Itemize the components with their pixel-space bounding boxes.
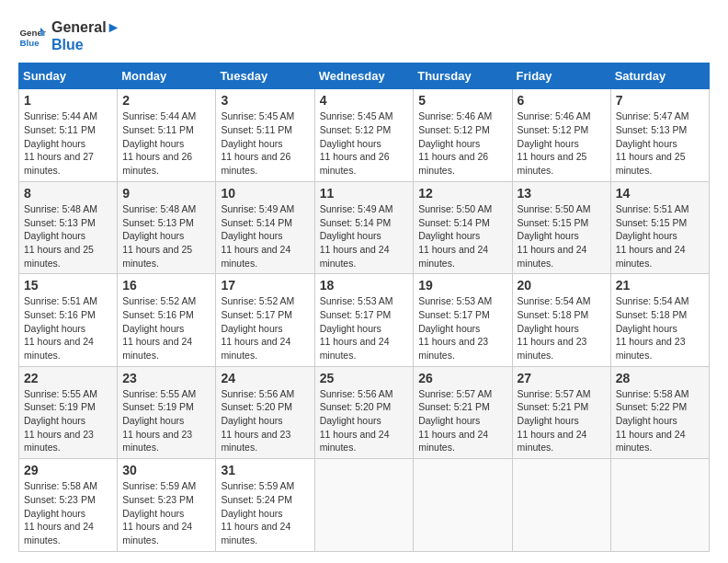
day-info: Sunrise: 5:46 AM Sunset: 5:12 PM Dayligh…: [518, 109, 606, 177]
calendar-cell: 31 Sunrise: 5:59 AM Sunset: 5:24 PM Dayl…: [216, 459, 314, 551]
svg-marker-3: [40, 32, 45, 37]
day-number: 16: [122, 278, 210, 293]
day-number: 10: [221, 186, 309, 201]
calendar-cell: 10 Sunrise: 5:49 AM Sunset: 5:14 PM Dayl…: [216, 181, 314, 273]
day-info: Sunrise: 5:44 AM Sunset: 5:11 PM Dayligh…: [24, 109, 112, 177]
day-number: 22: [24, 371, 112, 385]
day-info: Sunrise: 5:54 AM Sunset: 5:18 PM Dayligh…: [616, 294, 704, 362]
day-info: Sunrise: 5:56 AM Sunset: 5:20 PM Dayligh…: [221, 387, 309, 454]
calendar-cell: [314, 459, 414, 551]
day-info: Sunrise: 5:51 AM Sunset: 5:15 PM Dayligh…: [616, 202, 704, 270]
calendar-cell: 18 Sunrise: 5:53 AM Sunset: 5:17 PM Dayl…: [314, 274, 414, 366]
day-info: Sunrise: 5:58 AM Sunset: 5:23 PM Dayligh…: [24, 479, 112, 546]
calendar-cell: 27 Sunrise: 5:57 AM Sunset: 5:21 PM Dayl…: [512, 366, 610, 458]
day-info: Sunrise: 5:54 AM Sunset: 5:18 PM Dayligh…: [518, 294, 606, 362]
day-number: 2: [122, 93, 210, 108]
calendar-week-3: 15 Sunrise: 5:51 AM Sunset: 5:16 PM Dayl…: [19, 274, 710, 366]
calendar-cell: 17 Sunrise: 5:52 AM Sunset: 5:17 PM Dayl…: [216, 274, 314, 366]
calendar-cell: 4 Sunrise: 5:45 AM Sunset: 5:12 PM Dayli…: [314, 89, 414, 181]
calendar-cell: 21 Sunrise: 5:54 AM Sunset: 5:18 PM Dayl…: [610, 274, 709, 366]
day-info: Sunrise: 5:52 AM Sunset: 5:16 PM Dayligh…: [122, 294, 210, 362]
day-header-tuesday: Tuesday: [216, 63, 314, 89]
day-header-thursday: Thursday: [414, 63, 512, 89]
day-info: Sunrise: 5:53 AM Sunset: 5:17 PM Dayligh…: [320, 294, 409, 362]
day-number: 25: [320, 371, 409, 385]
calendar-cell: 12 Sunrise: 5:50 AM Sunset: 5:14 PM Dayl…: [414, 181, 512, 273]
day-info: Sunrise: 5:45 AM Sunset: 5:11 PM Dayligh…: [221, 109, 309, 177]
day-number: 19: [418, 278, 506, 293]
calendar-cell: [414, 459, 512, 551]
calendar-cell: 22 Sunrise: 5:55 AM Sunset: 5:19 PM Dayl…: [19, 366, 118, 458]
calendar-cell: 3 Sunrise: 5:45 AM Sunset: 5:11 PM Dayli…: [216, 89, 314, 181]
day-number: 24: [221, 371, 309, 385]
day-info: Sunrise: 5:48 AM Sunset: 5:13 PM Dayligh…: [122, 202, 210, 270]
logo: General Blue General► Blue: [18, 18, 120, 53]
calendar-cell: 29 Sunrise: 5:58 AM Sunset: 5:23 PM Dayl…: [19, 459, 118, 551]
logo-text: General►: [51, 18, 120, 36]
calendar-cell: 2 Sunrise: 5:44 AM Sunset: 5:11 PM Dayli…: [118, 89, 216, 181]
day-number: 11: [320, 186, 409, 201]
day-number: 30: [122, 463, 210, 477]
calendar-cell: 14 Sunrise: 5:51 AM Sunset: 5:15 PM Dayl…: [610, 181, 709, 273]
day-info: Sunrise: 5:51 AM Sunset: 5:16 PM Dayligh…: [24, 294, 112, 362]
day-info: Sunrise: 5:57 AM Sunset: 5:21 PM Dayligh…: [518, 387, 606, 454]
calendar-cell: 25 Sunrise: 5:56 AM Sunset: 5:20 PM Dayl…: [314, 366, 414, 458]
day-number: 26: [418, 371, 506, 385]
day-number: 4: [320, 93, 409, 108]
calendar-cell: [512, 459, 610, 551]
calendar-cell: 7 Sunrise: 5:47 AM Sunset: 5:13 PM Dayli…: [610, 89, 709, 181]
day-number: 27: [518, 371, 606, 385]
day-number: 15: [24, 278, 112, 293]
calendar-cell: 9 Sunrise: 5:48 AM Sunset: 5:13 PM Dayli…: [118, 181, 216, 273]
calendar-cell: 26 Sunrise: 5:57 AM Sunset: 5:21 PM Dayl…: [414, 366, 512, 458]
calendar-cell: 13 Sunrise: 5:50 AM Sunset: 5:15 PM Dayl…: [512, 181, 610, 273]
calendar-cell: 5 Sunrise: 5:46 AM Sunset: 5:12 PM Dayli…: [414, 89, 512, 181]
day-number: 17: [221, 278, 309, 293]
day-number: 6: [518, 93, 606, 108]
day-info: Sunrise: 5:49 AM Sunset: 5:14 PM Dayligh…: [221, 202, 309, 270]
day-header-saturday: Saturday: [610, 63, 709, 89]
day-info: Sunrise: 5:59 AM Sunset: 5:24 PM Dayligh…: [221, 479, 309, 546]
calendar-cell: 16 Sunrise: 5:52 AM Sunset: 5:16 PM Dayl…: [118, 274, 216, 366]
calendar-cell: [610, 459, 709, 551]
day-info: Sunrise: 5:56 AM Sunset: 5:20 PM Dayligh…: [320, 387, 409, 454]
day-header-friday: Friday: [512, 63, 610, 89]
day-number: 14: [616, 186, 704, 201]
day-header-monday: Monday: [118, 63, 216, 89]
day-number: 20: [518, 278, 606, 293]
svg-text:Blue: Blue: [20, 38, 40, 48]
day-info: Sunrise: 5:57 AM Sunset: 5:21 PM Dayligh…: [418, 387, 506, 454]
calendar-cell: 24 Sunrise: 5:56 AM Sunset: 5:20 PM Dayl…: [216, 366, 314, 458]
day-info: Sunrise: 5:58 AM Sunset: 5:22 PM Dayligh…: [616, 387, 704, 454]
day-number: 7: [616, 93, 704, 108]
day-info: Sunrise: 5:55 AM Sunset: 5:19 PM Dayligh…: [122, 387, 210, 454]
day-number: 29: [24, 463, 112, 477]
calendar-cell: 15 Sunrise: 5:51 AM Sunset: 5:16 PM Dayl…: [19, 274, 118, 366]
calendar-cell: 11 Sunrise: 5:49 AM Sunset: 5:14 PM Dayl…: [314, 181, 414, 273]
day-info: Sunrise: 5:46 AM Sunset: 5:12 PM Dayligh…: [418, 109, 506, 177]
day-info: Sunrise: 5:47 AM Sunset: 5:13 PM Dayligh…: [616, 109, 704, 177]
day-number: 23: [122, 371, 210, 385]
day-number: 13: [518, 186, 606, 201]
day-number: 9: [122, 186, 210, 201]
day-info: Sunrise: 5:50 AM Sunset: 5:15 PM Dayligh…: [518, 202, 606, 270]
calendar-cell: 20 Sunrise: 5:54 AM Sunset: 5:18 PM Dayl…: [512, 274, 610, 366]
calendar-cell: 19 Sunrise: 5:53 AM Sunset: 5:17 PM Dayl…: [414, 274, 512, 366]
day-info: Sunrise: 5:48 AM Sunset: 5:13 PM Dayligh…: [24, 202, 112, 270]
calendar-week-1: 1 Sunrise: 5:44 AM Sunset: 5:11 PM Dayli…: [19, 89, 710, 181]
calendar-week-5: 29 Sunrise: 5:58 AM Sunset: 5:23 PM Dayl…: [19, 459, 710, 551]
logo-subtext: Blue: [51, 36, 120, 53]
day-info: Sunrise: 5:52 AM Sunset: 5:17 PM Dayligh…: [221, 294, 309, 362]
calendar-table: SundayMondayTuesdayWednesdayThursdayFrid…: [18, 63, 710, 551]
day-info: Sunrise: 5:50 AM Sunset: 5:14 PM Dayligh…: [418, 202, 506, 270]
calendar-cell: 28 Sunrise: 5:58 AM Sunset: 5:22 PM Dayl…: [610, 366, 709, 458]
day-info: Sunrise: 5:59 AM Sunset: 5:23 PM Dayligh…: [122, 479, 210, 546]
day-number: 1: [24, 93, 112, 108]
calendar-header-row: SundayMondayTuesdayWednesdayThursdayFrid…: [19, 63, 710, 89]
day-number: 21: [616, 278, 704, 293]
day-number: 12: [418, 186, 506, 201]
day-number: 31: [221, 463, 309, 477]
day-number: 18: [320, 278, 409, 293]
day-info: Sunrise: 5:45 AM Sunset: 5:12 PM Dayligh…: [320, 109, 409, 177]
logo-icon: General Blue: [18, 22, 46, 50]
